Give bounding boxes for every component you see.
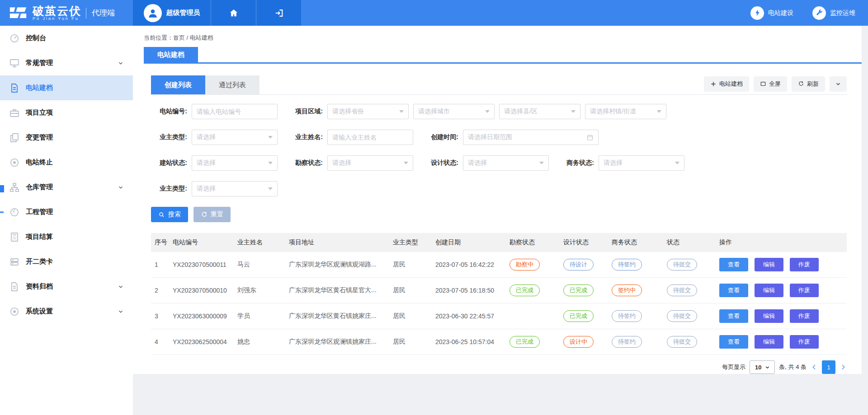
owner-type2-select[interactable]: 请选择 <box>192 181 278 196</box>
owner-name-input[interactable] <box>332 134 408 141</box>
sidebar-item-engineering-management[interactable]: 工程管理 <box>0 200 133 224</box>
sidebar-item-station-termination[interactable]: 电站终止 <box>0 150 133 175</box>
address-cell: 广东深圳龙华区黄石镇姚家庄... <box>285 303 389 329</box>
collapse-toolbar-button[interactable] <box>830 76 847 92</box>
select-arrow-icon <box>399 110 404 113</box>
row-action-void-button[interactable]: 作废 <box>790 258 819 271</box>
page-tab-station-filing[interactable]: 电站建档 <box>144 47 198 62</box>
province-select[interactable]: 请选择省份 <box>327 104 409 119</box>
row-action-view-button[interactable]: 查看 <box>719 335 748 349</box>
seq-cell: 4 <box>151 329 169 355</box>
reset-icon <box>201 211 208 218</box>
business-status-select[interactable]: 请选择 <box>599 155 684 171</box>
document-icon <box>9 83 20 93</box>
sidebar-item-project-settlement[interactable]: 项目结算 <box>0 224 133 249</box>
quick-link-station-build[interactable]: 电站建设 <box>750 6 793 20</box>
row-action-void-button[interactable]: 作废 <box>790 284 819 297</box>
sidebar-scrollbar-thumb[interactable] <box>0 185 4 192</box>
county-select[interactable]: 请选择县/区 <box>499 104 580 119</box>
sitemap-icon <box>9 182 20 193</box>
refresh-icon <box>798 81 804 87</box>
select-arrow-icon <box>657 110 661 113</box>
seq-cell: 2 <box>151 278 169 303</box>
date-range-input[interactable]: 请选择日期范围 <box>463 130 599 145</box>
create-station-button[interactable]: 电站建档 <box>704 76 749 92</box>
row-action-edit-button[interactable]: 编辑 <box>755 335 783 349</box>
sidebar-item-general-management[interactable]: 常规管理 <box>0 51 133 75</box>
row-action-edit-button[interactable]: 编辑 <box>755 284 783 297</box>
chevron-down-icon <box>118 308 124 315</box>
tab-label: 通过列表 <box>219 81 246 89</box>
build-status-select[interactable]: 请选择 <box>192 155 278 171</box>
village-select[interactable]: 请选择村镇/街道 <box>585 104 666 119</box>
row-action-edit-button[interactable]: 编辑 <box>755 258 783 271</box>
quick-link-label: 电站建设 <box>768 9 793 17</box>
quick-link-monitor-ops[interactable]: 监控运维 <box>812 6 855 20</box>
refresh-button[interactable]: 刷新 <box>792 76 825 92</box>
row-action-void-button[interactable]: 作废 <box>790 335 819 349</box>
tab-passed-list[interactable]: 通过列表 <box>205 75 259 94</box>
sidebar-item-label: 资料归档 <box>26 282 118 291</box>
sidebar-item-system-settings[interactable]: 系统设置 <box>0 299 133 324</box>
column-header: 业主姓名 <box>234 233 285 252</box>
sidebar-item-console[interactable]: 控制台 <box>0 26 133 51</box>
user-menu[interactable]: 超级管理员 <box>133 0 211 26</box>
tab-create-list[interactable]: 创建列表 <box>151 75 205 94</box>
fullscreen-button[interactable]: 全屏 <box>754 76 787 92</box>
chevron-down-icon <box>835 81 841 87</box>
sidebar-item-change-management[interactable]: 变更管理 <box>0 125 133 150</box>
fullscreen-icon <box>760 81 766 87</box>
next-page-button[interactable] <box>840 364 847 371</box>
station-code-cell: YX2023070500011 <box>169 252 234 278</box>
row-action-view-button[interactable]: 查看 <box>719 309 748 323</box>
design-status-select[interactable]: 请选择 <box>463 155 549 171</box>
breadcrumb-path[interactable]: 首页 / 电站建档 <box>173 34 213 41</box>
station-code-input[interactable] <box>197 108 273 115</box>
survey-status-select[interactable]: 请选择 <box>327 155 413 171</box>
total-count-label: 条, 共 4 条 <box>779 363 807 371</box>
station-code-cell: YX2023062500004 <box>169 329 234 355</box>
select-arrow-icon <box>675 162 679 164</box>
quick-link-label: 监控运维 <box>830 9 855 17</box>
breadcrumb: 当前位置：首页 / 电站建档 <box>144 26 862 47</box>
business-status-label: 商务状态: <box>558 159 594 167</box>
owner-type-select[interactable]: 请选择 <box>192 130 278 145</box>
sidebar-item-label: 控制台 <box>26 34 124 42</box>
wrench-icon <box>816 9 823 17</box>
page-number-current[interactable]: 1 <box>822 360 835 374</box>
sidebar-item-project-initiation[interactable]: 项目立项 <box>0 100 133 125</box>
sidebar-item-warehouse-management[interactable]: 仓库管理 <box>0 175 133 200</box>
sidebar-item-label: 工程管理 <box>26 208 124 216</box>
created-date-cell: 2023-06-30 22:45:57 <box>432 303 506 329</box>
city-select[interactable]: 请选择城市 <box>413 104 495 119</box>
table-row: 3 YX2023063000009 学员 广东深圳龙华区黄石镇姚家庄... 居民… <box>151 303 847 329</box>
prev-page-button[interactable] <box>811 364 818 371</box>
per-page-select[interactable]: 10 <box>750 360 775 374</box>
column-header: 电站编号 <box>169 233 234 252</box>
select-arrow-icon <box>268 187 273 190</box>
owner-name-cell: 马云 <box>234 252 285 278</box>
column-header: 项目地址 <box>285 233 389 252</box>
home-button[interactable] <box>211 0 256 26</box>
owner-type-cell: 居民 <box>389 252 432 278</box>
row-action-edit-button[interactable]: 编辑 <box>755 309 783 323</box>
search-button[interactable]: 搜索 <box>151 207 188 222</box>
sidebar-item-type2-card[interactable]: 开二类卡 <box>0 249 133 274</box>
table-row: 1 YX2023070500011 马云 广东深圳龙华区观澜镇观湖路... 居民… <box>151 252 847 278</box>
sidebar-item-data-archive[interactable]: 资料归档 <box>0 274 133 299</box>
row-action-view-button[interactable]: 查看 <box>719 258 748 271</box>
pagination: 每页显示 10 条, 共 4 条 1 <box>151 360 847 374</box>
reset-button[interactable]: 重置 <box>193 207 231 222</box>
sidebar-item-label: 仓库管理 <box>26 183 118 191</box>
sidebar-item-station-filing[interactable]: 电站建档 <box>0 75 133 100</box>
row-action-view-button[interactable]: 查看 <box>719 284 748 297</box>
address-cell: 广东深圳龙华区观澜镇观湖路... <box>285 252 389 278</box>
chevron-down-icon <box>118 184 124 191</box>
sidebar-item-label: 电站终止 <box>26 158 124 167</box>
logout-button[interactable] <box>256 0 301 26</box>
user-name: 超级管理员 <box>166 9 200 17</box>
create-time-label: 创建时间: <box>422 133 458 141</box>
row-action-void-button[interactable]: 作废 <box>790 309 819 323</box>
column-header: 状态 <box>663 233 716 252</box>
top-header: 破茧云伏 Po Jian Yun Fu 代理端 超级管理员 <box>0 0 868 26</box>
